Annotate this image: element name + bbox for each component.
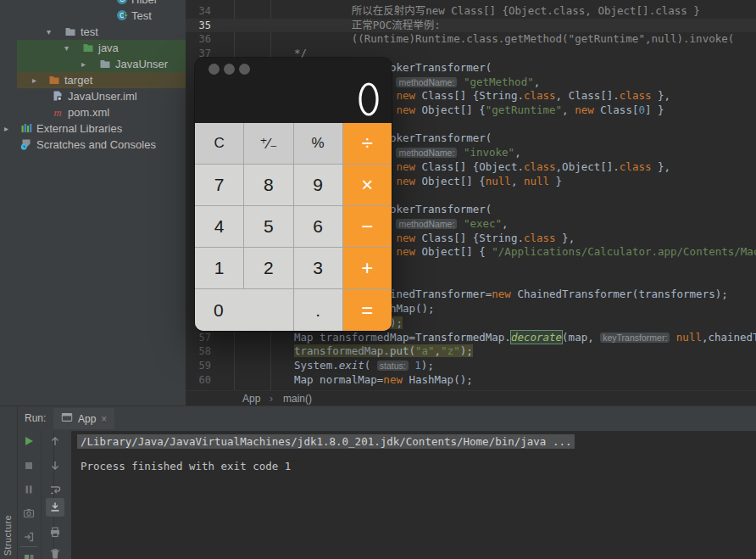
code-line-34[interactable]: 34 所以在反射内写new Class[] {Object.class, Obj… (186, 4, 756, 19)
line-number: 34 (189, 4, 211, 19)
line-number: 59 (189, 359, 211, 373)
code-line-36[interactable]: 36 ((Runtime)Runtime.class.getMethod("ge… (186, 32, 756, 47)
line-text: Map transformedMap=TransformedMap.decora… (294, 331, 756, 345)
chevron-down-icon[interactable]: ▾ (47, 24, 51, 40)
tree-item-label: java (98, 40, 119, 56)
console-java-path: /Library/Java/JavaVirtualMachines/jdk1.8… (77, 434, 575, 449)
tree-item-target[interactable]: ▸target (0, 72, 186, 88)
calculator-result-zero (359, 82, 379, 120)
structure-toolwindow-button[interactable]: Structure (3, 515, 13, 556)
run-tab-app[interactable]: App × (53, 408, 114, 429)
calc-button-5[interactable]: 5 (244, 206, 292, 247)
line-number: 58 (189, 344, 211, 359)
calc-button-6[interactable]: 6 (294, 206, 342, 247)
selection-highlight (17, 72, 186, 88)
tree-item-label: target (64, 72, 92, 88)
tree-item-java[interactable]: ▾java (0, 40, 186, 56)
calc-button-−[interactable]: − (343, 206, 392, 247)
rerun-button[interactable] (22, 434, 36, 448)
run-console[interactable]: /Library/Java/JavaVirtualMachines/jdk1.8… (72, 431, 756, 559)
code-line-35[interactable]: 35 正常POC流程举例: (186, 19, 756, 33)
tree-item-label: Test (131, 8, 152, 24)
folder-icon (99, 58, 111, 70)
svg-text:C: C (120, 0, 125, 3)
line-text: 正常POC流程举例: (294, 19, 441, 33)
line-text: 所以在反射内写new Class[] {Object.class, Object… (294, 4, 700, 19)
breadcrumb-class[interactable]: App (242, 391, 260, 406)
tool-window-stripe: Structure (0, 406, 18, 559)
tree-item-label: pom.xml (68, 104, 109, 120)
clear-all-button[interactable] (48, 547, 62, 559)
tree-item-test[interactable]: CTest (0, 8, 186, 24)
chevron-right-icon[interactable]: ▸ (81, 56, 86, 72)
close-icon[interactable]: × (101, 414, 107, 424)
tree-item-label: External Libraries (36, 120, 122, 137)
calc-button-C[interactable]: C (195, 123, 243, 164)
calculator-display (195, 58, 392, 123)
folder-green-icon (82, 42, 94, 53)
calc-button-2[interactable]: 2 (244, 248, 292, 288)
breadcrumb-method[interactable]: main() (283, 391, 312, 406)
code-line-60[interactable]: 60Map normalMap=new HashMap(); (186, 373, 756, 388)
calculator-keypad: C⁺⁄₋%÷789×456−123+0.= (195, 123, 392, 331)
class-run-icon: C (116, 9, 128, 21)
calc-button-×[interactable]: × (343, 165, 392, 205)
tree-item-test[interactable]: ▾test (0, 24, 186, 40)
print-button[interactable] (48, 525, 62, 539)
calc-button-=[interactable]: = (343, 289, 392, 331)
calc-button-%[interactable]: % (294, 123, 342, 164)
pause-button[interactable] (22, 483, 36, 496)
calc-button-0[interactable]: 0 (195, 289, 293, 331)
calc-button-9[interactable]: 9 (294, 165, 342, 205)
folder-excluded-icon (48, 74, 60, 86)
tree-item-javaunser[interactable]: ▸JavaUnser (0, 56, 186, 72)
code-line-57[interactable]: 57Map transformedMap=TransformedMap.deco… (186, 331, 756, 345)
console-exit-message: Process finished with exit code 1 (81, 460, 291, 472)
tree-item-javaunser-iml[interactable]: JavaUnser.iml (0, 88, 186, 104)
calc-button-⁺⁄₋[interactable]: ⁺⁄₋ (244, 123, 292, 164)
calculator-window[interactable]: C⁺⁄₋%÷789×456−123+0.= (195, 58, 392, 331)
line-number: 60 (189, 373, 211, 388)
tree-item-label: JavaUnser.iml (68, 88, 137, 104)
maven-icon: m (52, 106, 64, 118)
class-icon: C (116, 0, 128, 5)
calc-button-+[interactable]: + (343, 248, 392, 288)
stop-button[interactable] (22, 459, 36, 472)
scroll-to-end-button[interactable] (48, 500, 62, 514)
zoom-window-icon[interactable] (239, 64, 250, 75)
tree-item-label: Hiber (131, 0, 158, 8)
tree-item-label: test (81, 24, 98, 40)
folder-icon (64, 25, 76, 37)
soft-wrap-button[interactable] (48, 483, 62, 496)
tree-item-hiber[interactable]: CHiber (0, 0, 186, 8)
screenshot-button[interactable] (22, 506, 36, 520)
tree-item-pom-xml[interactable]: mpom.xml (0, 104, 186, 120)
calc-button-7[interactable]: 7 (195, 165, 243, 205)
chevron-right-icon[interactable]: ▸ (4, 120, 8, 137)
calc-button-4[interactable]: 4 (195, 206, 243, 247)
code-line-59[interactable]: 59System.exit( status: 1); (186, 359, 756, 373)
calc-button-÷[interactable]: ÷ (343, 123, 392, 164)
libraries-icon (20, 122, 32, 134)
line-number: 35 (189, 19, 211, 33)
calc-button-1[interactable]: 1 (195, 248, 243, 288)
minimize-window-icon[interactable] (224, 64, 235, 75)
tree-item-external-libraries[interactable]: ▸External Libraries (0, 120, 186, 137)
up-stack-button[interactable] (48, 434, 62, 448)
line-number: 57 (189, 331, 211, 345)
layout-button[interactable] (22, 552, 36, 559)
calc-button-3[interactable]: 3 (294, 248, 342, 288)
down-stack-button[interactable] (48, 459, 62, 472)
show-output-button[interactable] (22, 530, 36, 544)
tree-item-scratches-and-consoles[interactable]: Scratches and Consoles (0, 137, 186, 153)
toolbar-group-divider (20, 546, 37, 547)
close-window-icon[interactable] (208, 64, 220, 75)
calc-button-.[interactable]: . (294, 289, 342, 331)
chevron-down-icon[interactable]: ▾ (64, 40, 69, 56)
code-line-58[interactable]: 58transformedMap.put("a","z"); (186, 344, 756, 359)
calc-button-8[interactable]: 8 (244, 165, 292, 205)
chevron-right-icon[interactable]: ▸ (32, 72, 36, 88)
line-text: transformedMap.put("a","z"); (294, 344, 473, 359)
line-text: System.exit( status: 1); (294, 359, 434, 373)
run-header: Run: App × (18, 406, 756, 432)
